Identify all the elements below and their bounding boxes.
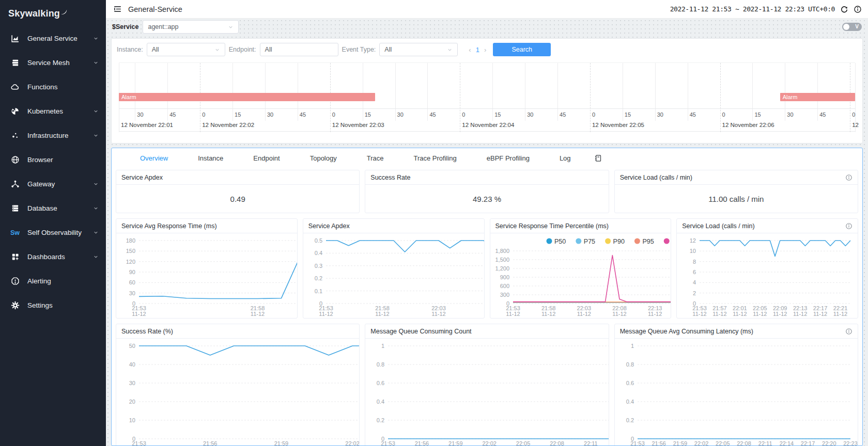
alarm-bar[interactable]: Alarm [119,93,375,101]
prev-page-button[interactable]: ‹ [469,46,471,54]
timeline-gridline [167,63,168,121]
charts-row: Service Avg Response Time (ms)0306090120… [116,218,858,318]
chevron-down-icon [93,133,99,138]
chart-area[interactable]: 00.20.40.60.8121:5311-1221:5611-1221:591… [615,339,858,445]
menu-fold-icon[interactable] [113,5,122,13]
chart-area[interactable]: 03006009001,2001,5001,80021:5311-1221:58… [490,233,671,318]
chart-area[interactable]: 00.10.20.30.40.521:5311-1221:5811-1222:0… [303,233,484,318]
instance-select-value: All [152,46,159,53]
tab-topology[interactable]: Topology [295,154,352,162]
dashboards-icon [9,252,21,261]
timeline-gridline [688,63,688,121]
svg-text:11-12: 11-12 [833,311,847,317]
chart-area[interactable]: 030609012015018021:5311-1221:5811-1222:0… [116,233,297,318]
sidebar-item-label: Browser [27,156,53,164]
service-select-value: agent::app [148,23,178,30]
sidebar-item-infrastructure[interactable]: Infrastructure [0,123,106,148]
chevron-down-icon [93,108,99,114]
refresh-icon[interactable] [840,5,848,13]
info-icon[interactable] [845,174,853,181]
toggle-label: V [855,24,859,29]
search-button[interactable]: Search [493,43,551,56]
chart-area[interactable]: 02468101221:5311-1221:5711-1222:0111-122… [677,233,858,318]
sidebar-item-label: Settings [27,301,53,309]
svg-text:150: 150 [126,248,135,254]
time-range-value: 2022-11-12 21:53 ~ 2022-11-12 22:23 [670,5,804,13]
timeline-date-label: 12 November 22:05 [592,122,644,128]
tab-log[interactable]: Log [545,154,586,162]
app-logo[interactable]: Skywalking [0,0,106,26]
chevron-down-icon [93,60,99,66]
sidebar-item-general-service[interactable]: General Service [0,26,106,51]
sidebar-item-functions[interactable]: Functions [0,75,106,99]
sidebar-item-service-mesh[interactable]: Service Mesh [0,51,106,75]
version-toggle[interactable]: V [842,23,862,31]
chart-canvas: 00.20.40.60.8121:5311-1221:5611-1221:591… [615,339,858,445]
svg-text:21:59: 21:59 [448,440,463,445]
sidebar-item-dashboards[interactable]: Dashboards [0,245,106,269]
svg-text:11-12: 11-12 [612,311,626,317]
sidebar-item-settings[interactable]: Settings [0,293,106,317]
sidebar-item-alerting[interactable]: Alerting [0,269,106,293]
svg-text:11-12: 11-12 [319,311,333,317]
alarm-bar[interactable]: Alarm [780,93,855,101]
svg-text:22:02: 22:02 [694,440,708,445]
svg-text:11-12: 11-12 [577,311,591,317]
sidebar-item-database[interactable]: Database [0,196,106,220]
timeline-gridline [590,63,591,132]
chart-title: Message Queue Consuming Count [370,328,471,335]
chevron-down-icon [93,230,99,235]
info-icon[interactable] [845,222,853,230]
timeline-date-label: 12 [852,122,859,128]
timeline-tick-label: 15 [625,112,631,118]
svg-text:21:53: 21:53 [381,440,396,445]
timeline-tick-label: 45 [819,112,826,118]
svg-text:P75: P75 [583,238,595,245]
bar-chart-icon [9,34,21,43]
svg-text:900: 900 [500,274,509,280]
svg-text:30: 30 [129,380,135,386]
tab-overview[interactable]: Overview [125,154,183,162]
instance-filter-label: Instance: [117,46,143,53]
svg-text:10: 10 [129,417,135,423]
tab-instance[interactable]: Instance [183,154,238,162]
endpoint-input[interactable]: All [260,43,338,56]
sidebar-item-kubernetes[interactable]: Kubernetes [0,99,106,123]
chart-card-success-rate: Success Rate (%)0102030405021:5311-1221:… [116,324,360,445]
sidebar-item-gateway[interactable]: Gateway [0,172,106,196]
main-area: General-Service 2022-11-12 21:53 ~ 2022-… [106,0,868,446]
tab-ebpf-profiling[interactable]: eBPF Profiling [472,154,545,162]
event-timeline[interactable]: 3045015304501530450153045015304501530450… [119,62,855,132]
next-page-button[interactable]: › [484,46,486,54]
sidebar-item-self-observability[interactable]: SwSelf Observability [0,220,106,245]
svg-text:21:56: 21:56 [415,440,429,445]
timeline-gridline [720,63,721,132]
sidebar-item-label: Dashboards [27,253,65,261]
info-icon[interactable] [845,328,853,335]
sidebar-item-label: Kubernetes [27,107,63,115]
tab-trace[interactable]: Trace [352,154,399,162]
timeline-gridline [135,63,135,121]
svg-text:1,800: 1,800 [495,248,509,254]
timeline-gridline [460,63,460,132]
chart-area[interactable]: 0102030405021:5311-1221:5611-1221:5911-1… [116,339,359,445]
sidebar-item-label: Database [27,204,57,212]
chevron-down-icon [447,47,453,53]
chevron-down-icon [93,36,99,41]
sidebar-item-browser[interactable]: Browser [0,148,106,172]
svg-text:2: 2 [693,290,696,296]
event-type-select[interactable]: All [379,43,458,56]
service-variable-label: $Service [112,23,138,30]
svg-text:1,500: 1,500 [495,257,509,263]
time-range-picker[interactable]: 2022-11-12 21:53 ~ 2022-11-12 22:23 UTC+… [670,5,835,13]
info-icon[interactable] [854,5,862,13]
tab-endpoint[interactable]: Endpoint [238,154,295,162]
chart-area[interactable]: 00.20.40.60.8121:5311-1221:5611-1221:591… [365,339,608,445]
notebook-icon[interactable] [594,154,602,162]
sidebar-item-label: Service Mesh [27,59,70,67]
timeline-tick-label: 30 [267,112,273,118]
chart-title: Service Avg Response Time (ms) [121,222,217,230]
instance-select[interactable]: All [147,43,225,56]
tab-trace-profiling[interactable]: Trace Profiling [398,154,471,162]
service-select[interactable]: agent::app [143,20,239,34]
